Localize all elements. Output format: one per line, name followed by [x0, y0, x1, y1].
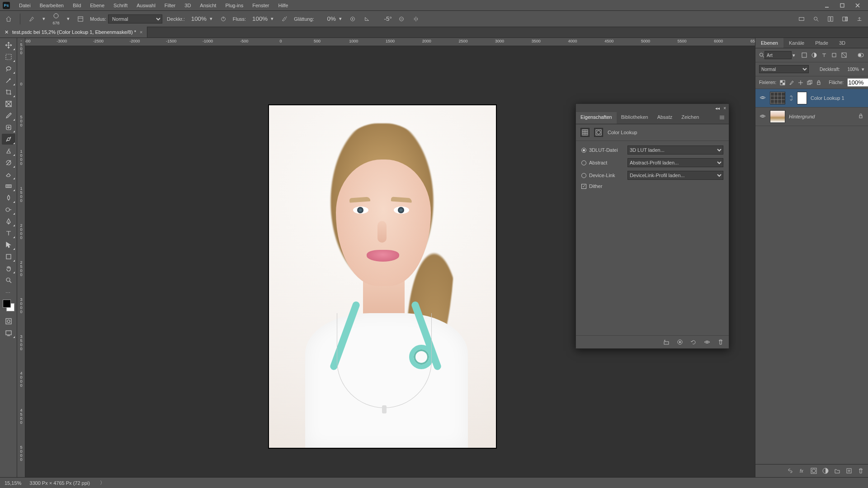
smoothing-dropdown[interactable]: ▾	[338, 16, 343, 22]
layer-filter-input[interactable]	[764, 51, 792, 59]
layers-tab-ebenen[interactable]: Ebenen	[755, 38, 783, 48]
lock-pixels-icon[interactable]	[789, 80, 794, 86]
layers-tab-3d[interactable]: 3D	[834, 38, 851, 48]
gradient-tool[interactable]	[2, 181, 15, 192]
document-tab-close[interactable]: ×	[140, 29, 142, 35]
hand-tool[interactable]	[2, 263, 15, 274]
brush-preview[interactable]: 678	[51, 13, 61, 25]
lasso-tool[interactable]	[2, 63, 15, 74]
filter-type-icon[interactable]	[821, 52, 828, 59]
horizontal-ruler[interactable]: -3500-3000-2500-2000-1500-1000-500050010…	[25, 38, 755, 46]
menu-bearbeiten[interactable]: Bearbeiten	[35, 1, 68, 10]
device-dropdown[interactable]: DeviceLink-Profil laden...	[627, 171, 723, 180]
tool-preset-icon[interactable]	[27, 14, 37, 24]
layer-visibility-icon[interactable]	[759, 94, 766, 102]
device-radio[interactable]: Device-Link	[581, 173, 623, 178]
clip-to-layer-icon[interactable]	[663, 338, 670, 346]
panel-close-icon[interactable]: ×	[723, 106, 726, 111]
smoothing-options-icon[interactable]	[348, 14, 358, 24]
arrange-docs-icon[interactable]	[826, 14, 835, 24]
color-swatch[interactable]	[3, 300, 14, 311]
layers-tab-kanäle[interactable]: Kanäle	[783, 38, 810, 48]
eyedropper-tool[interactable]	[2, 110, 15, 121]
window-minimize-button[interactable]	[819, 0, 835, 11]
menu-3d[interactable]: 3D	[180, 1, 195, 10]
opacity-value[interactable]	[187, 15, 207, 22]
angle-value[interactable]	[377, 15, 392, 22]
window-close-button[interactable]	[850, 0, 865, 11]
canvas-area[interactable]: -500050010001500200025003000350040004500…	[17, 38, 755, 477]
layer-mask-thumbnail[interactable]	[797, 92, 807, 104]
eraser-tool[interactable]	[2, 169, 15, 180]
layer-fill-value[interactable]	[847, 78, 868, 87]
type-tool[interactable]	[2, 228, 15, 239]
airbrush-icon[interactable]	[279, 14, 289, 24]
flow-dropdown[interactable]: ▾	[269, 16, 275, 22]
opacity-dropdown[interactable]: ▾	[208, 16, 214, 22]
brush-picker-dropdown[interactable]: ▾	[66, 16, 71, 22]
layer-delete-icon[interactable]	[857, 467, 864, 474]
menu-ansicht[interactable]: Ansicht	[195, 1, 221, 10]
screenmode-icon[interactable]	[2, 328, 15, 338]
link-layers-icon[interactable]	[787, 467, 794, 474]
edit-toolbar-icon[interactable]: ⋯	[5, 290, 11, 296]
lut-radio[interactable]: 3DLUT-Datei	[581, 147, 623, 153]
crop-tool[interactable]	[2, 87, 15, 98]
menu-ebene[interactable]: Ebene	[85, 1, 109, 10]
frame-tool[interactable]	[2, 99, 15, 109]
filter-pixel-icon[interactable]	[801, 52, 808, 59]
dither-checkbox[interactable]: Dither	[581, 183, 623, 189]
document-tab[interactable]: ✕ test.psdc bei 15,2% (Color Lookup 1, E…	[0, 27, 147, 38]
clone-stamp-tool[interactable]	[2, 145, 15, 156]
window-maximize-button[interactable]	[835, 0, 850, 11]
brush-tool[interactable]	[2, 134, 15, 145]
status-zoom[interactable]: 15,15%	[5, 480, 21, 486]
layer-blend-mode-select[interactable]: Normal	[759, 65, 809, 73]
layer-name[interactable]: Hintergrund	[789, 114, 854, 119]
lock-transparent-icon[interactable]	[780, 80, 785, 86]
move-tool[interactable]	[2, 40, 15, 51]
toggle-visibility-icon[interactable]	[703, 338, 711, 346]
filter-smart-icon[interactable]	[840, 52, 848, 59]
filter-toggle-switch[interactable]	[857, 52, 864, 59]
layer-add-icon[interactable]	[845, 467, 853, 474]
layer-thumbnail[interactable]	[770, 92, 785, 104]
abstract-radio[interactable]: Abstract	[581, 160, 623, 165]
menu-plug-ins[interactable]: Plug-ins	[221, 1, 248, 10]
shape-tool[interactable]	[2, 251, 15, 262]
layer-row[interactable]: Color Lookup 1	[755, 89, 868, 108]
menu-auswahl[interactable]: Auswahl	[132, 1, 160, 10]
properties-tab-bibliotheken[interactable]: Bibliotheken	[617, 112, 653, 124]
delete-adjustment-icon[interactable]	[717, 338, 724, 346]
layers-tab-pfade[interactable]: Pfade	[810, 38, 834, 48]
filter-adjust-icon[interactable]	[811, 52, 818, 59]
quickmask-icon[interactable]	[2, 316, 15, 327]
lock-position-icon[interactable]	[798, 80, 803, 86]
dodge-tool[interactable]	[2, 204, 15, 215]
menu-bild[interactable]: Bild	[68, 1, 85, 10]
smoothing-value[interactable]	[316, 15, 336, 22]
menu-datei[interactable]: Datei	[14, 1, 35, 10]
layer-mask-add-icon[interactable]	[810, 467, 817, 474]
cloud-docs-icon[interactable]	[797, 14, 807, 24]
share-icon[interactable]	[854, 14, 864, 24]
workspace-switch-icon[interactable]	[840, 14, 850, 24]
layer-style-icon[interactable]: fx	[798, 467, 806, 474]
document-canvas[interactable]	[269, 105, 496, 448]
menu-schrift[interactable]: Schrift	[109, 1, 132, 10]
size-pressure-icon[interactable]	[396, 14, 406, 24]
layer-lock-icon[interactable]	[858, 113, 864, 120]
panel-collapse-icon[interactable]: ◂◂	[715, 106, 720, 111]
layer-opacity-dropdown[interactable]: ▾	[862, 66, 864, 72]
status-doc-info[interactable]: 3300 Px × 4765 Px (72 ppi)	[29, 480, 90, 486]
properties-tab-absatz[interactable]: Absatz	[653, 112, 677, 124]
adjustment-layer-add-icon[interactable]	[822, 467, 829, 474]
layer-filter-dropdown[interactable]: ▾	[793, 52, 795, 58]
symmetry-icon[interactable]	[411, 14, 421, 24]
lut-dropdown[interactable]: 3D LUT laden...	[627, 145, 723, 155]
tool-preset-dropdown[interactable]: ▾	[41, 16, 47, 22]
vertical-ruler[interactable]: -500050010001500200025003000350040004500…	[17, 38, 25, 477]
abstract-dropdown[interactable]: Abstract-Profil laden...	[627, 158, 723, 167]
lock-nesting-icon[interactable]	[807, 80, 812, 86]
status-info-dropdown[interactable]: 〉	[100, 479, 105, 486]
